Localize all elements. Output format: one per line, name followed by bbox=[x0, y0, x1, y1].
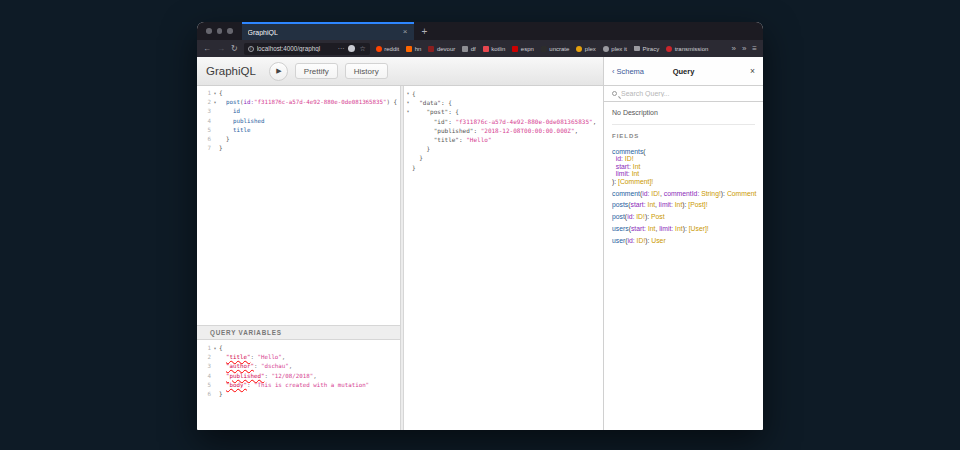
close-window-button[interactable] bbox=[206, 28, 212, 34]
doc-type-link[interactable]: [User]! bbox=[689, 225, 709, 232]
doc-type-link[interactable]: ID! bbox=[637, 237, 646, 244]
doc-field-name[interactable]: user bbox=[612, 237, 625, 244]
hn-icon bbox=[406, 46, 412, 52]
new-tab-button[interactable]: + bbox=[414, 22, 436, 40]
fold-icon[interactable]: ▾ bbox=[211, 344, 219, 353]
devour-icon bbox=[428, 46, 434, 52]
back-icon[interactable]: ← bbox=[203, 45, 211, 53]
page-actions-icon[interactable]: ⋯ bbox=[337, 45, 344, 52]
minimize-window-button[interactable] bbox=[217, 28, 223, 34]
doc-type-link[interactable]: Post bbox=[651, 213, 665, 220]
bookmark-transmission[interactable]: transmission bbox=[666, 46, 708, 52]
query-variables-header[interactable]: QUERY VARIABLES bbox=[197, 325, 400, 340]
doc-type-link[interactable]: Int bbox=[632, 170, 640, 177]
bookmark-devour[interactable]: devour bbox=[428, 46, 455, 52]
code-text: } bbox=[412, 144, 430, 153]
bookmark-star-icon[interactable]: ☆ bbox=[359, 45, 365, 52]
doc-type-link[interactable]: ID! bbox=[625, 155, 634, 162]
bookmarks-bar: reddithndevourdfkotlinespnuncrateplexple… bbox=[376, 46, 726, 52]
pocket-icon[interactable] bbox=[348, 45, 355, 52]
doc-close-icon[interactable]: × bbox=[750, 66, 755, 76]
doc-type-link[interactable]: Comment bbox=[727, 190, 756, 197]
search-icon bbox=[612, 91, 617, 96]
line-number: 1 bbox=[197, 344, 211, 353]
forward-icon[interactable]: → bbox=[217, 45, 225, 53]
bookmark-hn[interactable]: hn bbox=[406, 46, 421, 52]
bookmark-kotlin[interactable]: kotlin bbox=[483, 46, 506, 52]
doc-type-link[interactable]: [Comment]! bbox=[618, 178, 653, 185]
tab-close-icon[interactable]: × bbox=[403, 28, 408, 36]
code-text: } bbox=[219, 135, 229, 144]
maximize-window-button[interactable] bbox=[227, 28, 233, 34]
doc-type-link[interactable]: ID! bbox=[636, 213, 645, 220]
fold-icon[interactable]: ▾ bbox=[211, 98, 219, 107]
doc-field-name[interactable]: post bbox=[612, 213, 625, 220]
plex-icon bbox=[576, 46, 582, 52]
doc-type-link[interactable]: User bbox=[651, 237, 665, 244]
bookmark-plex[interactable]: plex bbox=[576, 46, 596, 52]
bookmark-espn[interactable]: espn bbox=[512, 46, 534, 52]
code-line: 4 "published": "12/08/2018", bbox=[197, 372, 400, 381]
fold-icon[interactable]: ▾ bbox=[404, 98, 412, 107]
code-line: "id": "f311876c-a57d-4e92-880e-0de081365… bbox=[404, 117, 603, 126]
bookmark-reddit[interactable]: reddit bbox=[376, 46, 400, 52]
doc-explorer: No Description FIELDS comments( id: ID! … bbox=[603, 86, 763, 430]
execute-button[interactable]: ▶ bbox=[269, 62, 288, 81]
fold-icon[interactable]: ▾ bbox=[211, 89, 219, 98]
code-line: ▾{ bbox=[404, 89, 603, 98]
code-text: published bbox=[219, 117, 264, 126]
doc-type-link[interactable]: ID! bbox=[651, 190, 660, 197]
toolbar-overflow-icon[interactable]: » bbox=[742, 44, 746, 53]
bookmark-plex-it[interactable]: plex it bbox=[603, 46, 627, 52]
doc-field-name[interactable]: comment bbox=[612, 190, 640, 197]
code-text: "title": "Hello", bbox=[219, 353, 285, 362]
doc-field: post(id: ID!): Post bbox=[612, 213, 755, 220]
fold-icon[interactable]: ▾ bbox=[404, 107, 412, 116]
bookmarks-overflow-icon[interactable]: » bbox=[731, 44, 735, 53]
url-text: localhost:4000/graphql bbox=[257, 45, 335, 52]
doc-field-name[interactable]: comments bbox=[612, 148, 643, 155]
doc-type-link[interactable]: [Post]! bbox=[688, 201, 707, 208]
url-input[interactable]: i localhost:4000/graphql ⋯ ☆ bbox=[244, 43, 370, 55]
titlebar: GraphiQL × + bbox=[197, 22, 763, 40]
tab-graphiql[interactable]: GraphiQL × bbox=[242, 22, 414, 40]
site-info-icon[interactable]: i bbox=[248, 46, 254, 52]
doc-search-row bbox=[604, 86, 763, 102]
result-viewer: ▾{▾ "data": {▾ "post": { "id": "f311876c… bbox=[404, 86, 603, 430]
query-editor[interactable]: 1▾{2▾ post(id:"f311876c-a57d-4e92-880e-0… bbox=[197, 86, 400, 325]
prettify-button[interactable]: Prettify bbox=[295, 63, 338, 79]
transmission-icon bbox=[666, 46, 672, 52]
code-text: "title": "Hello" bbox=[412, 135, 492, 144]
doc-search-input[interactable] bbox=[621, 90, 755, 97]
doc-type-link[interactable]: Int bbox=[648, 201, 656, 208]
doc-field: users(start: Int, limit: Int): [User]! bbox=[612, 225, 755, 232]
doc-type-link[interactable]: Int bbox=[675, 225, 683, 232]
line-number: 1 bbox=[197, 89, 211, 98]
bookmark-label: transmission bbox=[675, 46, 709, 52]
navigation-bar: ← → ↻ i localhost:4000/graphql ⋯ ☆ reddi… bbox=[197, 40, 763, 57]
doc-type-link[interactable]: Int bbox=[633, 163, 641, 170]
code-text: id bbox=[219, 107, 240, 116]
doc-type-link[interactable]: String! bbox=[701, 190, 721, 197]
fold-icon[interactable]: ▾ bbox=[404, 89, 412, 98]
menu-icon[interactable]: ≡ bbox=[752, 44, 757, 53]
doc-text: ( bbox=[643, 148, 645, 155]
doc-back-label: Schema bbox=[617, 67, 645, 76]
line-number: 5 bbox=[197, 126, 211, 135]
doc-field-name[interactable]: posts bbox=[612, 201, 628, 208]
fold-gutter bbox=[404, 153, 412, 162]
variables-editor[interactable]: 1▾{2 "title": "Hello",3 "author": "dscha… bbox=[197, 340, 400, 430]
doc-field-name[interactable]: users bbox=[612, 225, 629, 232]
code-line: 1▾{ bbox=[197, 344, 400, 353]
bookmark-uncrate[interactable]: uncrate bbox=[541, 46, 570, 52]
line-number: 4 bbox=[197, 117, 211, 126]
bookmark-df[interactable]: df bbox=[462, 46, 476, 52]
bookmark-piracy[interactable]: Piracy bbox=[634, 46, 659, 52]
code-text: "post": { bbox=[412, 107, 459, 116]
doc-explorer-header: ‹Schema Query × bbox=[603, 57, 763, 86]
refresh-icon[interactable]: ↻ bbox=[231, 45, 238, 53]
code-line: 6 } bbox=[197, 135, 400, 144]
code-line: "published": "2018-12-08T00:00:00.000Z", bbox=[404, 126, 603, 135]
doc-back-link[interactable]: ‹Schema bbox=[612, 67, 644, 76]
history-button[interactable]: History bbox=[345, 63, 388, 79]
